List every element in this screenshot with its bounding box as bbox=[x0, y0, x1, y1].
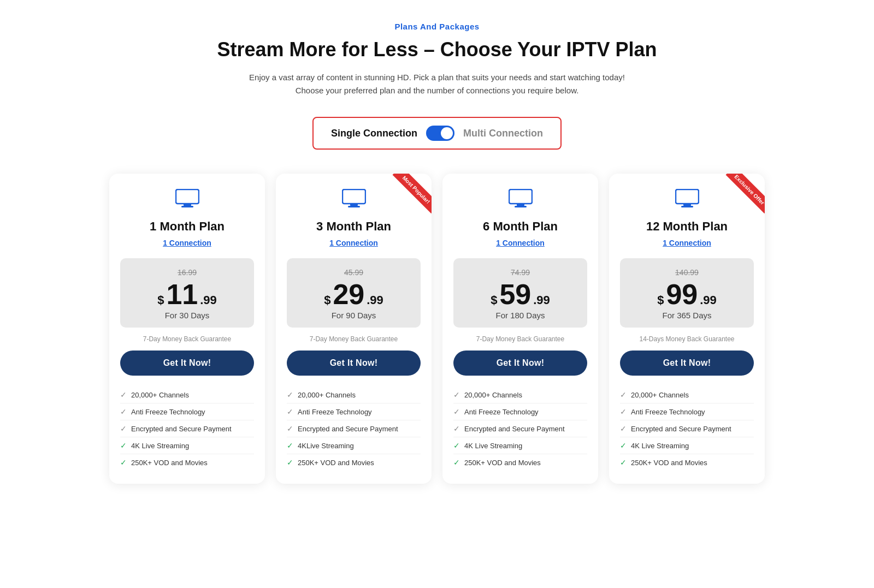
monitor-icon bbox=[175, 189, 199, 209]
price-main-12month: 99 bbox=[666, 280, 698, 308]
feature-item: ✓ Encrypted and Secure Payment bbox=[620, 420, 754, 437]
get-btn-12month[interactable]: Get It Now! bbox=[620, 351, 754, 376]
check-icon: ✓ bbox=[620, 458, 627, 467]
price-duration-6month: For 180 Days bbox=[460, 311, 581, 320]
check-icon: ✓ bbox=[453, 458, 460, 467]
check-icon: ✓ bbox=[120, 407, 127, 416]
plan-name-1month: 1 Month Plan bbox=[120, 219, 254, 234]
feature-text: 4K Live Streaming bbox=[131, 442, 189, 450]
check-icon: ✓ bbox=[453, 407, 460, 416]
guarantee-text-1month: 7-Day Money Back Guarantee bbox=[120, 335, 254, 343]
check-icon: ✓ bbox=[287, 407, 293, 416]
feature-text: 4KLive Streaming bbox=[298, 442, 354, 450]
feature-item: ✓ 20,000+ Channels bbox=[287, 387, 421, 403]
multi-connection-label: Multi Connection bbox=[463, 128, 543, 139]
price-main-3month: 29 bbox=[333, 280, 364, 308]
guarantee-text-3month: 7-Day Money Back Guarantee bbox=[287, 335, 421, 343]
feature-text: Encrypted and Secure Payment bbox=[131, 425, 232, 433]
connection-toggle[interactable] bbox=[426, 126, 454, 141]
feature-text: 250K+ VOD and Movies bbox=[631, 459, 707, 467]
features-list-1month: ✓ 20,000+ Channels ✓ Anti Freeze Technol… bbox=[120, 387, 254, 471]
price-main-6month: 59 bbox=[499, 280, 531, 308]
section-description: Enjoy a vast array of content in stunnin… bbox=[109, 71, 765, 97]
feature-text: Encrypted and Secure Payment bbox=[298, 425, 398, 433]
feature-text: 20,000+ Channels bbox=[298, 391, 356, 399]
check-icon: ✓ bbox=[120, 441, 127, 450]
check-icon: ✓ bbox=[120, 390, 127, 399]
feature-item: ✓ 20,000+ Channels bbox=[453, 387, 587, 403]
check-icon: ✓ bbox=[453, 390, 460, 399]
feature-item: ✓ 20,000+ Channels bbox=[120, 387, 254, 403]
svg-rect-1 bbox=[184, 204, 191, 206]
get-btn-6month[interactable]: Get It Now! bbox=[453, 351, 587, 376]
price-row-3month: $ 29 .99 bbox=[293, 280, 414, 308]
price-cents-1month: .99 bbox=[200, 294, 217, 306]
feature-item: ✓ Anti Freeze Technology bbox=[120, 403, 254, 420]
feature-item: ✓ 250K+ VOD and Movies bbox=[453, 454, 587, 471]
check-icon: ✓ bbox=[287, 424, 293, 433]
features-list-6month: ✓ 20,000+ Channels ✓ Anti Freeze Technol… bbox=[453, 387, 587, 471]
feature-text: 250K+ VOD and Movies bbox=[298, 459, 374, 467]
connection-link-1month[interactable]: 1 Connection bbox=[163, 239, 211, 247]
feature-item: ✓ 4K Live Streaming bbox=[620, 437, 754, 454]
svg-rect-0 bbox=[176, 189, 199, 204]
feature-text: 4K Live Streaming bbox=[631, 442, 689, 450]
old-price-6month: 74.99 bbox=[460, 268, 581, 277]
feature-text: 20,000+ Channels bbox=[631, 391, 689, 399]
price-row-1month: $ 11 .99 bbox=[127, 280, 247, 308]
page-wrapper: Plans And Packages Stream More for Less … bbox=[109, 22, 765, 484]
feature-item: ✓ 250K+ VOD and Movies bbox=[287, 454, 421, 471]
check-icon: ✓ bbox=[120, 458, 127, 467]
feature-text: Encrypted and Secure Payment bbox=[631, 425, 731, 433]
price-cents-12month: .99 bbox=[700, 294, 717, 306]
plan-card-12month: Exclusive Offer 12 Month Plan 1 Connecti… bbox=[609, 174, 765, 484]
guarantee-text-12month: 14-Days Money Back Guarantee bbox=[620, 335, 754, 343]
connection-toggle-wrapper: Single Connection Multi Connection bbox=[312, 117, 562, 150]
feature-item: ✓ 4KLive Streaming bbox=[287, 437, 421, 454]
plan-card-1month: 1 Month Plan 1 Connection 16.99 $ 11 .99… bbox=[109, 174, 265, 484]
guarantee-text-6month: 7-Day Money Back Guarantee bbox=[453, 335, 587, 343]
get-btn-3month[interactable]: Get It Now! bbox=[287, 351, 421, 376]
page-title: Stream More for Less – Choose Your IPTV … bbox=[109, 38, 765, 61]
price-dollar-6month: $ bbox=[491, 294, 497, 306]
get-btn-1month[interactable]: Get It Now! bbox=[120, 351, 254, 376]
old-price-12month: 140.99 bbox=[627, 268, 747, 277]
check-icon: ✓ bbox=[287, 458, 293, 467]
feature-text: Anti Freeze Technology bbox=[631, 408, 705, 416]
svg-rect-2 bbox=[181, 206, 193, 207]
feature-item: ✓ Encrypted and Secure Payment bbox=[287, 420, 421, 437]
price-box-3month: 45.99 $ 29 .99 For 90 Days bbox=[287, 258, 421, 328]
price-row-12month: $ 99 .99 bbox=[627, 280, 747, 308]
monitor-icon bbox=[509, 189, 533, 209]
svg-rect-4 bbox=[350, 204, 358, 206]
check-icon: ✓ bbox=[453, 441, 460, 450]
check-icon: ✓ bbox=[120, 424, 127, 433]
price-main-1month: 11 bbox=[166, 280, 198, 308]
feature-text: 250K+ VOD and Movies bbox=[464, 459, 541, 467]
svg-rect-8 bbox=[515, 206, 527, 207]
feature-item: ✓ 20,000+ Channels bbox=[620, 387, 754, 403]
price-dollar-1month: $ bbox=[157, 294, 164, 306]
feature-text: 20,000+ Channels bbox=[131, 391, 189, 399]
feature-text: Anti Freeze Technology bbox=[464, 408, 539, 416]
toggle-knob bbox=[441, 127, 453, 139]
svg-rect-11 bbox=[681, 206, 693, 207]
connection-link-3month[interactable]: 1 Connection bbox=[329, 239, 378, 247]
ribbon-12month: Exclusive Offer bbox=[716, 174, 765, 223]
svg-rect-7 bbox=[517, 204, 524, 206]
feature-text: 20,000+ Channels bbox=[464, 391, 522, 399]
check-icon: ✓ bbox=[620, 390, 627, 399]
svg-rect-5 bbox=[348, 206, 360, 207]
section-label: Plans And Packages bbox=[109, 22, 765, 31]
ribbon-3month: Most Popular! bbox=[382, 174, 432, 223]
feature-text: 4K Live Streaming bbox=[464, 442, 522, 450]
svg-rect-10 bbox=[683, 204, 691, 206]
ribbon-label-3month: Most Popular! bbox=[393, 174, 432, 213]
connection-link-6month[interactable]: 1 Connection bbox=[496, 239, 545, 247]
feature-item: ✓ 250K+ VOD and Movies bbox=[620, 454, 754, 471]
feature-item: ✓ Encrypted and Secure Payment bbox=[453, 420, 587, 437]
connection-link-12month[interactable]: 1 Connection bbox=[663, 239, 711, 247]
price-box-12month: 140.99 $ 99 .99 For 365 Days bbox=[620, 258, 754, 328]
price-box-6month: 74.99 $ 59 .99 For 180 Days bbox=[453, 258, 587, 328]
single-connection-label: Single Connection bbox=[331, 128, 417, 139]
